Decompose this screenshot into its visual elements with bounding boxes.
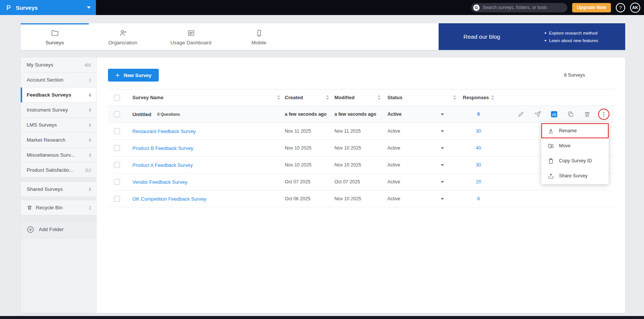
sidebar-item-market-research[interactable]: Market Research6 [21, 133, 96, 148]
mobile-icon [255, 29, 263, 37]
sidebar-item-instrument-survey[interactable]: Instrument Survey9 [21, 103, 96, 118]
survey-name-link[interactable]: Product A Feedback Survey [132, 162, 193, 168]
sort-icon[interactable] [277, 95, 280, 100]
responses-link[interactable]: 40 [476, 145, 481, 151]
edit-survey-button[interactable] [515, 109, 527, 120]
column-header-modified: Modified [334, 95, 354, 100]
row-checkbox[interactable] [114, 145, 120, 151]
status-caret-icon [441, 130, 444, 132]
delete-icon [584, 111, 591, 118]
copy-survey-button[interactable] [565, 109, 576, 120]
created-value: Nov 11 2025 [285, 129, 311, 134]
tab-label: Mobile [252, 40, 267, 45]
blog-bullet: Learn about new features [545, 38, 598, 43]
help-button[interactable]: ? [616, 3, 625, 12]
row-checkbox[interactable] [114, 196, 120, 202]
bullet-dot [545, 40, 546, 41]
topbar: Surveys Upgrade Now ? AK [0, 0, 644, 15]
send-survey-button[interactable] [532, 109, 543, 120]
sort-icon[interactable] [377, 95, 381, 100]
add-folder-button[interactable]: Add Folder [21, 221, 96, 238]
sort-icon[interactable] [453, 95, 456, 100]
app-switcher-label: Surveys [16, 5, 38, 11]
table-row[interactable]: Vendor Feedback Survey Oct 07 2025 Oct 0… [108, 174, 614, 190]
responses-link[interactable]: 0 [477, 112, 480, 117]
sort-icon[interactable] [326, 95, 329, 100]
survey-name-link[interactable]: Restaurant Feedback Survey [132, 129, 196, 134]
menu-item-rename[interactable]: Rename [541, 123, 609, 138]
sidebar-item-product-satisfaction[interactable]: Product Satisfactio...112 [21, 163, 96, 178]
search-icon [473, 5, 480, 11]
survey-name-link[interactable]: Untitled [132, 112, 151, 117]
more-options-button[interactable] [598, 109, 609, 120]
survey-name-link[interactable]: GK Competition Feedback Survey [132, 196, 207, 202]
modified-value: a few seconds ago [334, 112, 376, 117]
status-dropdown[interactable]: Active [387, 196, 444, 201]
search-input[interactable] [483, 5, 565, 10]
sidebar: My Surveys402 Account Section1 Feedback … [21, 57, 97, 313]
row-checkbox[interactable] [114, 162, 120, 168]
bullet-dot [545, 32, 546, 34]
sidebar-item-recycle-bin[interactable]: Recycle Bin 2 [21, 200, 96, 215]
menu-item-share-survey[interactable]: Share Survey [541, 168, 609, 183]
responses-link[interactable]: 30 [476, 129, 481, 134]
table-row[interactable]: Product A Feedback Survey Nov 10 2025 No… [108, 157, 614, 174]
sort-icon[interactable] [491, 95, 494, 100]
plus-icon [115, 73, 120, 78]
row-checkbox[interactable] [114, 128, 120, 134]
row-checkbox[interactable] [114, 179, 120, 185]
modified-value: Nov 10 2025 [334, 196, 361, 201]
table-row[interactable]: Untitled 0 Questions a few seconds ago a… [108, 106, 614, 123]
status-caret-icon [441, 181, 444, 183]
responses-link[interactable]: 30 [476, 162, 481, 168]
tab-surveys[interactable]: Surveys [21, 23, 89, 50]
copy-icon [567, 111, 574, 118]
sidebar-item-shared-surveys[interactable]: Shared Surveys5 [21, 182, 96, 197]
upgrade-now-button[interactable]: Upgrade Now [572, 3, 611, 12]
new-survey-button[interactable]: New Survey [108, 69, 159, 82]
sidebar-spacer [21, 178, 96, 182]
table-row[interactable]: Product B Feedback Survey Nov 10 2025 No… [108, 140, 614, 157]
sidebar-item-miscellaneous[interactable]: Miscellaneous Surv...3 [21, 148, 96, 163]
sidebar-item-feedback-surveys[interactable]: Feedback Surveys6 [21, 88, 96, 103]
menu-item-move[interactable]: Move [541, 138, 609, 153]
status-dropdown[interactable]: Active [387, 145, 444, 151]
surveys-table: Survey Name Created Modified Status Resp… [108, 89, 614, 207]
blog-banner-title[interactable]: Read our blog [463, 33, 500, 40]
status-dropdown[interactable]: Active [387, 129, 444, 134]
sidebar-item-account-section[interactable]: Account Section1 [21, 73, 96, 88]
chevron-down-icon [87, 6, 91, 9]
view-analytics-button[interactable] [548, 109, 560, 120]
app-switcher-dropdown[interactable]: Surveys [0, 0, 96, 15]
created-value: Oct 07 2025 [285, 179, 310, 184]
folder-icon [51, 29, 59, 37]
folder-count: 6 [89, 138, 91, 142]
survey-count: 6 Surveys [564, 73, 585, 78]
delete-survey-button[interactable] [582, 109, 593, 120]
sidebar-spacer [21, 197, 96, 200]
blog-bullet: Explore research method [545, 31, 598, 35]
menu-item-copy-survey-id[interactable]: Copy Survey ID [541, 153, 609, 168]
survey-name-link[interactable]: Vendor Feedback Survey [132, 179, 187, 185]
tab-usage-dashboard[interactable]: Usage Dashboard [157, 23, 225, 50]
table-row[interactable]: GK Competition Feedback Survey Oct 06 20… [108, 190, 614, 207]
avatar[interactable]: AK [630, 3, 640, 13]
sidebar-item-lms-surveys[interactable]: LMS Surveys6 [21, 118, 96, 133]
responses-link[interactable]: 20 [476, 179, 481, 184]
survey-name-link[interactable]: Product B Feedback Survey [132, 145, 193, 151]
tab-organization[interactable]: Organization [89, 23, 157, 50]
status-dropdown[interactable]: Active [387, 162, 444, 168]
sidebar-item-my-surveys[interactable]: My Surveys402 [21, 57, 96, 73]
tab-mobile[interactable]: Mobile [225, 23, 293, 50]
status-dropdown[interactable]: Active [387, 179, 444, 184]
responses-link[interactable]: 8 [477, 196, 480, 201]
select-all-checkbox[interactable] [114, 95, 120, 101]
status-dropdown[interactable]: Active [387, 112, 444, 117]
global-search[interactable] [471, 3, 567, 12]
table-row[interactable]: Restaurant Feedback Survey Nov 11 2025 N… [108, 123, 614, 140]
plus-circle-icon [26, 225, 35, 234]
tab-label: Organization [108, 40, 137, 45]
row-checkbox[interactable] [114, 111, 120, 117]
blog-banner[interactable]: Read our blog Explore research method Le… [439, 23, 625, 50]
folder-count: 2 [89, 206, 91, 210]
